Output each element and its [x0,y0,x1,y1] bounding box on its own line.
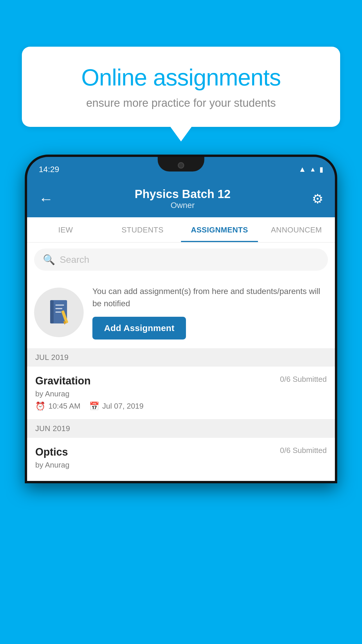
status-bar: 14:29 ▲ ▲ ▮ [27,157,335,182]
assignment-name-optics: Optics [35,446,68,458]
promo-description: You can add assignment(s) from here and … [92,285,328,310]
assignment-row-top-optics: Optics 0/6 Submitted [35,446,327,458]
tab-iew[interactable]: IEW [27,217,104,242]
camera-icon [178,162,184,169]
search-bar-wrap: 🔍 Search [27,243,335,276]
assignment-item-optics[interactable]: Optics 0/6 Submitted by Anurag [27,438,335,481]
assignment-date: Jul 07, 2019 [102,402,144,411]
wifi-icon: ▲ [298,165,306,174]
assignment-row-top: Gravitation 0/6 Submitted [35,375,327,387]
promo-section: You can add assignment(s) from here and … [27,276,335,348]
speech-bubble-container: Online assignments ensure more practice … [22,47,340,127]
assignment-by: by Anurag [35,389,327,398]
calendar-icon: 📅 [89,401,99,411]
clock-icon: ⏰ [35,401,45,411]
search-placeholder: Search [60,254,89,265]
assignment-item-gravitation[interactable]: Gravitation 0/6 Submitted by Anurag ⏰ 10… [27,367,335,419]
status-time: 14:29 [39,165,59,174]
svg-rect-3 [55,308,62,309]
month-separator-jul: JUL 2019 [27,348,335,367]
tab-students[interactable]: STUDENTS [104,217,181,242]
add-assignment-button[interactable]: Add Assignment [92,317,186,340]
tab-announcements[interactable]: ANNOUNCEM [258,217,335,242]
assignment-name: Gravitation [35,375,91,387]
svg-rect-4 [55,312,61,313]
notebook-icon [47,299,71,326]
phone-notch [158,157,204,172]
search-icon: 🔍 [43,254,55,265]
speech-bubble: Online assignments ensure more practice … [22,47,340,127]
assignment-meta: ⏰ 10:45 AM 📅 Jul 07, 2019 [35,401,327,411]
assignment-by-optics: by Anurag [35,461,327,470]
assignment-time: 10:45 AM [48,402,80,411]
batch-subtitle: Owner [135,201,231,210]
tabs-bar: IEW STUDENTS ASSIGNMENTS ANNOUNCEM [27,217,335,243]
phone-container: 14:29 ▲ ▲ ▮ ← Physics Batch 12 Owner ⚙ [25,155,337,644]
assignment-time-meta: ⏰ 10:45 AM [35,401,80,411]
bubble-title: Online assignments [42,64,320,91]
submitted-badge: 0/6 Submitted [280,375,327,384]
promo-icon-circle [34,288,84,337]
search-bar[interactable]: 🔍 Search [34,249,328,271]
bubble-subtitle: ensure more practice for your students [42,97,320,109]
promo-text-area: You can add assignment(s) from here and … [92,285,328,340]
header-title-area: Physics Batch 12 Owner [135,188,231,210]
signal-icon: ▲ [310,166,316,173]
month-separator-jun: JUN 2019 [27,419,335,438]
submitted-badge-optics: 0/6 Submitted [280,446,327,455]
svg-rect-2 [55,304,64,306]
back-button[interactable]: ← [39,190,53,207]
app-header: ← Physics Batch 12 Owner ⚙ [27,182,335,217]
phone-content: 🔍 Search [27,243,335,481]
assignment-date-meta: 📅 Jul 07, 2019 [89,401,144,411]
tab-assignments[interactable]: ASSIGNMENTS [181,217,258,242]
battery-icon: ▮ [319,165,323,174]
batch-title: Physics Batch 12 [135,188,231,201]
svg-rect-1 [50,300,54,323]
settings-button[interactable]: ⚙ [312,191,323,206]
status-icons: ▲ ▲ ▮ [298,165,323,174]
phone-frame: 14:29 ▲ ▲ ▮ ← Physics Batch 12 Owner ⚙ [25,155,337,483]
